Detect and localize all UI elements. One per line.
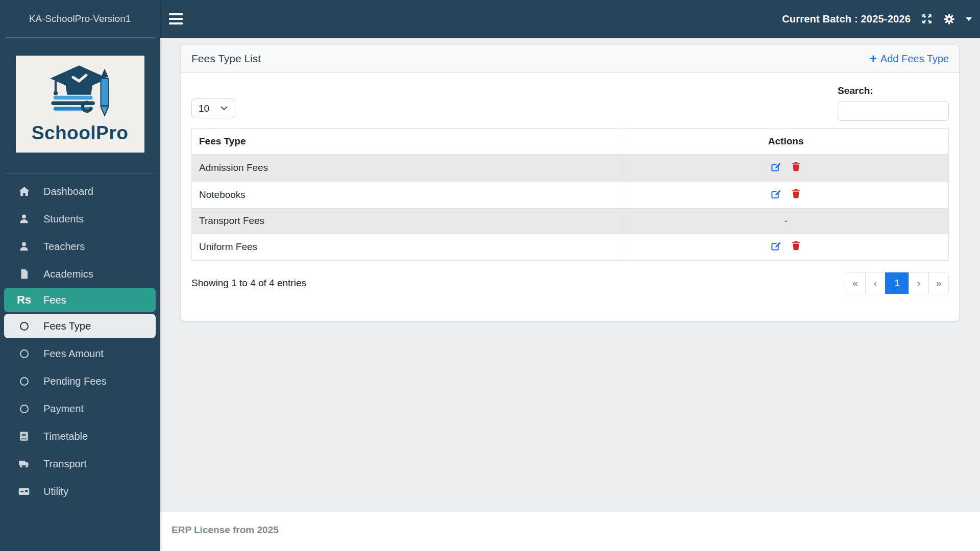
entries-info: Showing 1 to 4 of 4 entries — [191, 278, 306, 289]
sidebar-item-dashboard[interactable]: Dashboard — [0, 178, 160, 205]
sidebar-item-students[interactable]: Students — [0, 205, 160, 233]
table-row: Admission Fees — [192, 155, 949, 182]
sidebar-item-pending-fees[interactable]: Pending Fees — [0, 367, 160, 395]
document-icon — [17, 268, 31, 280]
fees-type-cell: Admission Fees — [192, 155, 623, 182]
sidebar-item-academics[interactable]: Academics — [0, 260, 160, 288]
sidebar-item-label: Timetable — [43, 431, 88, 442]
table-row: Notebooks — [192, 182, 949, 209]
content-column: Current Batch : 2025-2026 — [160, 0, 980, 551]
fullscreen-icon[interactable] — [921, 13, 933, 24]
page-length-value: 10 — [199, 103, 209, 114]
delete-button[interactable] — [791, 188, 801, 199]
footer: ERP License from 2025 — [160, 512, 980, 551]
fees-type-table: Fees Type Actions Admission Fees — [191, 128, 949, 261]
pagination-next-button[interactable]: › — [909, 272, 928, 294]
table-footer: Showing 1 to 4 of 4 entries « ‹ 1 › » — [191, 272, 949, 294]
main-area: Fees Type List + Add Fees Type 10 Search… — [160, 38, 980, 512]
delete-button[interactable] — [791, 161, 801, 172]
hamburger-icon[interactable] — [169, 13, 184, 24]
circle-icon — [17, 405, 31, 413]
panel-title: Fees Type List — [191, 53, 261, 65]
table-row: Transport Fees - — [192, 209, 949, 234]
circle-icon — [17, 349, 31, 358]
circle-icon — [17, 377, 31, 386]
fees-type-panel: Fees Type List + Add Fees Type 10 Search… — [181, 44, 960, 321]
search-input[interactable] — [838, 101, 949, 121]
gear-icon[interactable] — [943, 13, 955, 25]
column-header-fees-type: Fees Type — [192, 129, 623, 155]
table-row: Uniform Fees — [192, 234, 949, 261]
actions-cell — [623, 182, 949, 209]
pagination-previous-button[interactable]: ‹ — [865, 272, 885, 294]
sidebar-item-transport[interactable]: Transport — [0, 450, 160, 478]
rupee-icon: Rs — [17, 294, 31, 306]
panel-body: 10 Search: Fees Type Actions — [181, 73, 959, 321]
sidebar-item-label: Dashboard — [43, 186, 93, 197]
sidebar-brand: KA-SchoolPro-Version1 — [5, 0, 155, 38]
graduation-cap-books-pencil-icon — [39, 64, 121, 121]
sidebar-item-fees-amount[interactable]: Fees Amount — [0, 340, 160, 367]
card-icon — [17, 486, 31, 497]
plus-icon: + — [870, 53, 877, 65]
sidebar-item-timetable[interactable]: Timetable — [0, 422, 160, 450]
sidebar-item-label: Teachers — [43, 241, 85, 253]
sidebar-item-label: Transport — [43, 458, 87, 470]
sidebar-item-label: Academics — [43, 268, 93, 280]
sidebar-item-payment[interactable]: Payment — [0, 395, 160, 422]
sidebar-item-utility[interactable]: Utility — [0, 478, 160, 505]
actions-cell — [623, 155, 949, 182]
edit-button[interactable] — [771, 161, 781, 172]
page-length-select[interactable]: 10 — [191, 98, 234, 118]
actions-cell-empty: - — [623, 209, 949, 234]
pagination: « ‹ 1 › » — [845, 272, 949, 294]
home-icon — [17, 186, 31, 197]
pagination-last-button[interactable]: » — [928, 272, 948, 294]
add-fees-type-label: Add Fees Type — [880, 53, 949, 65]
caret-down-icon[interactable] — [966, 17, 972, 21]
search-box: Search: — [838, 85, 949, 121]
erp-license-text: ERP License from 2025 — [172, 524, 279, 535]
edit-button[interactable] — [771, 188, 781, 199]
sidebar-item-label: Students — [43, 213, 84, 225]
current-batch-label: Current Batch : 2025-2026 — [782, 13, 911, 25]
logo-wordmark: SchoolPro — [32, 122, 129, 144]
actions-cell — [623, 234, 949, 261]
sidebar-item-label: Fees — [43, 294, 66, 306]
sidebar-divider — [5, 173, 155, 173]
truck-icon — [17, 458, 31, 469]
sidebar-item-label: Payment — [43, 403, 84, 415]
table-controls: 10 Search: — [191, 85, 949, 121]
fees-type-cell: Notebooks — [192, 182, 623, 209]
sidebar-item-label: Utility — [43, 486, 68, 497]
sidebar-nav: Dashboard Students Teachers Academics Rs — [0, 178, 160, 551]
fees-type-cell: Transport Fees — [192, 209, 623, 234]
sidebar: KA-SchoolPro-Version1 SchoolPro — [0, 0, 160, 551]
sidebar-item-fees-type[interactable]: Fees Type — [4, 314, 156, 338]
circle-icon — [17, 322, 31, 331]
pagination-first-button[interactable]: « — [845, 272, 865, 294]
school-logo: SchoolPro — [16, 56, 144, 153]
book-icon — [17, 431, 31, 442]
table-header-row: Fees Type Actions — [192, 129, 949, 155]
column-header-actions: Actions — [623, 129, 949, 155]
chevron-down-icon — [220, 106, 228, 111]
fees-type-cell: Uniform Fees — [192, 234, 623, 261]
sidebar-item-fees[interactable]: Rs Fees — [4, 288, 156, 312]
pagination-page-1-button[interactable]: 1 — [885, 272, 909, 294]
add-fees-type-button[interactable]: + Add Fees Type — [870, 53, 949, 65]
sidebar-item-label: Pending Fees — [43, 375, 106, 387]
topbar: Current Batch : 2025-2026 — [160, 0, 980, 38]
search-label: Search: — [838, 85, 949, 96]
person-icon — [17, 213, 31, 224]
sidebar-item-label: Fees Amount — [43, 348, 104, 360]
panel-header: Fees Type List + Add Fees Type — [181, 45, 959, 73]
person-icon — [17, 241, 31, 252]
edit-button[interactable] — [771, 240, 781, 251]
sidebar-item-teachers[interactable]: Teachers — [0, 233, 160, 260]
sidebar-item-label: Fees Type — [43, 320, 91, 332]
delete-button[interactable] — [791, 240, 801, 251]
